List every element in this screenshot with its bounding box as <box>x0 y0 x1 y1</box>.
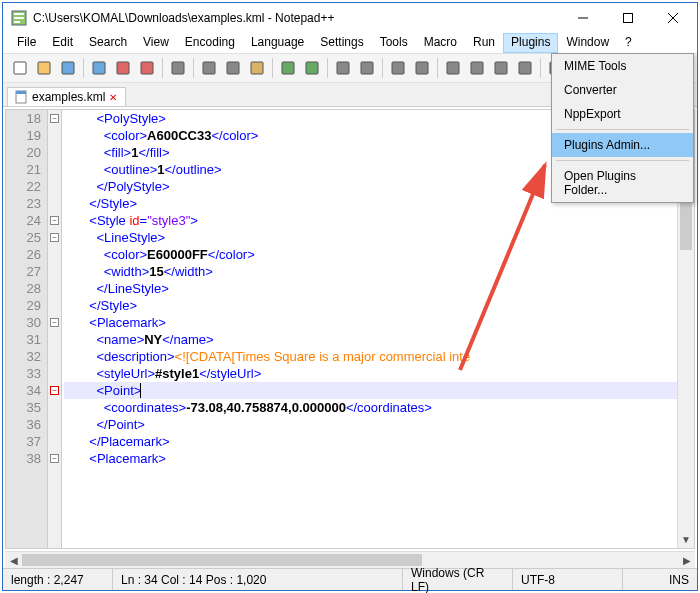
code-line[interactable]: </Style> <box>64 297 677 314</box>
svg-rect-2 <box>14 17 24 19</box>
menu-macro[interactable]: Macro <box>416 33 465 53</box>
fold-toggle[interactable]: − <box>50 386 59 395</box>
close-button[interactable] <box>112 57 134 79</box>
code-line[interactable]: <description><![CDATA[Times Square is a … <box>64 348 677 365</box>
horizontal-scrollbar[interactable]: ◀ ▶ <box>5 551 695 568</box>
fold-toggle[interactable]: − <box>50 233 59 242</box>
menu-settings[interactable]: Settings <box>312 33 371 53</box>
close-all-button[interactable] <box>136 57 158 79</box>
code-line[interactable]: <Point> <box>64 382 677 399</box>
menu-search[interactable]: Search <box>81 33 135 53</box>
status-bar: length : 2,247 Ln : 34 Col : 14 Pos : 1,… <box>3 568 697 590</box>
code-line[interactable]: <Placemark> <box>64 314 677 331</box>
code-line[interactable]: </LineStyle> <box>64 280 677 297</box>
fold-toggle[interactable]: − <box>50 216 59 225</box>
menu-help[interactable]: ? <box>617 33 640 53</box>
show-all-button[interactable] <box>490 57 512 79</box>
status-ins: INS <box>623 569 697 590</box>
scroll-down-arrow[interactable]: ▼ <box>678 531 694 548</box>
plugins-menu-open-plugins-folder[interactable]: Open Plugins Folder... <box>552 164 693 202</box>
close-window-button[interactable] <box>650 4 695 32</box>
svg-rect-21 <box>361 62 373 74</box>
plugins-menu-nppexport[interactable]: NppExport <box>552 102 693 126</box>
menu-tools[interactable]: Tools <box>372 33 416 53</box>
svg-rect-27 <box>519 62 531 74</box>
status-position: Ln : 34 Col : 14 Pos : 1,020 <box>113 569 403 590</box>
zoom-in-button[interactable] <box>387 57 409 79</box>
menu-encoding[interactable]: Encoding <box>177 33 243 53</box>
cut-button[interactable] <box>198 57 220 79</box>
scroll-right-arrow[interactable]: ▶ <box>678 555 695 566</box>
scroll-left-arrow[interactable]: ◀ <box>5 555 22 566</box>
wrap-button[interactable] <box>466 57 488 79</box>
fold-toggle[interactable]: − <box>50 454 59 463</box>
indent-button[interactable] <box>514 57 536 79</box>
svg-rect-3 <box>14 21 20 23</box>
menu-plugins[interactable]: Plugins <box>503 33 558 53</box>
code-line[interactable]: <name>NY</name> <box>64 331 677 348</box>
minimize-button[interactable] <box>560 4 605 32</box>
save-button[interactable] <box>57 57 79 79</box>
menu-run[interactable]: Run <box>465 33 503 53</box>
svg-rect-22 <box>392 62 404 74</box>
code-line[interactable]: <LineStyle> <box>64 229 677 246</box>
find-button[interactable] <box>332 57 354 79</box>
print-button[interactable] <box>167 57 189 79</box>
menu-language[interactable]: Language <box>243 33 312 53</box>
plugins-menu-plugins-admin[interactable]: Plugins Admin... <box>552 133 693 157</box>
scroll-h-thumb[interactable] <box>22 554 422 566</box>
svg-rect-23 <box>416 62 428 74</box>
svg-rect-1 <box>14 13 24 15</box>
status-eol: Windows (CR LF) <box>403 569 513 590</box>
replace-button[interactable] <box>356 57 378 79</box>
code-line[interactable]: <color>E60000FF</color> <box>64 246 677 263</box>
file-tab[interactable]: examples.kml ✕ <box>7 87 126 106</box>
svg-rect-12 <box>117 62 129 74</box>
code-line[interactable]: <Style id="style3"> <box>64 212 677 229</box>
svg-rect-8 <box>14 62 26 74</box>
menu-edit[interactable]: Edit <box>44 33 81 53</box>
open-button[interactable] <box>33 57 55 79</box>
line-number: 37 <box>6 433 41 450</box>
line-number: 36 <box>6 416 41 433</box>
plugins-menu-dropdown: MIME ToolsConverterNppExportPlugins Admi… <box>551 53 694 203</box>
svg-rect-20 <box>337 62 349 74</box>
code-line[interactable]: </Point> <box>64 416 677 433</box>
title-bar: C:\Users\KOMAL\Downloads\examples.kml - … <box>3 3 697 33</box>
menu-window[interactable]: Window <box>558 33 617 53</box>
redo-button[interactable] <box>301 57 323 79</box>
line-number-gutter: 1819202122232425262728293031323334353637… <box>6 110 48 548</box>
code-line[interactable]: <styleUrl>#style1</styleUrl> <box>64 365 677 382</box>
code-line[interactable]: <width>15</width> <box>64 263 677 280</box>
menu-file[interactable]: File <box>9 33 44 53</box>
copy-button[interactable] <box>222 57 244 79</box>
new-button[interactable] <box>9 57 31 79</box>
line-number: 27 <box>6 263 41 280</box>
sync-button[interactable] <box>442 57 464 79</box>
code-line[interactable]: <coordinates>-73.08,40.758874,0.000000</… <box>64 399 677 416</box>
zoom-out-button[interactable] <box>411 57 433 79</box>
line-number: 35 <box>6 399 41 416</box>
window-title: C:\Users\KOMAL\Downloads\examples.kml - … <box>33 11 560 25</box>
svg-rect-14 <box>172 62 184 74</box>
code-line[interactable]: <Placemark> <box>64 450 677 467</box>
line-number: 31 <box>6 331 41 348</box>
save-all-button[interactable] <box>88 57 110 79</box>
plugins-menu-mime-tools[interactable]: MIME Tools <box>552 54 693 78</box>
menu-view[interactable]: View <box>135 33 177 53</box>
fold-gutter[interactable]: −−−−−− <box>48 110 62 548</box>
fold-toggle[interactable]: − <box>50 318 59 327</box>
tab-label: examples.kml <box>32 90 105 104</box>
svg-rect-16 <box>227 62 239 74</box>
tab-close-icon[interactable]: ✕ <box>109 92 119 102</box>
fold-toggle[interactable]: − <box>50 114 59 123</box>
line-number: 28 <box>6 280 41 297</box>
undo-button[interactable] <box>277 57 299 79</box>
plugins-menu-converter[interactable]: Converter <box>552 78 693 102</box>
line-number: 26 <box>6 246 41 263</box>
svg-rect-19 <box>306 62 318 74</box>
paste-button[interactable] <box>246 57 268 79</box>
maximize-button[interactable] <box>605 4 650 32</box>
code-line[interactable]: </Placemark> <box>64 433 677 450</box>
status-encoding: UTF-8 <box>513 569 623 590</box>
